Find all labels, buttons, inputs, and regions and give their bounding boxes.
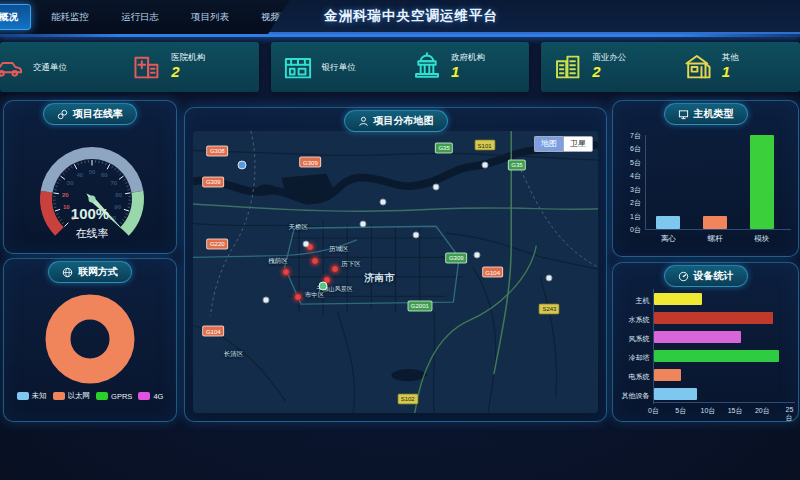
svg-text:90: 90 <box>114 204 121 210</box>
stat-text: 银行单位 <box>322 62 356 73</box>
green-marker <box>318 282 327 291</box>
bar-主机 <box>654 293 703 305</box>
map-canvas[interactable]: 济南市历城区历下区天桥区槐荫区市中区长清区千佛山风景区G308G309G309G… <box>193 131 598 413</box>
app-title-block: 金洲科瑞中央空调运维平台 <box>268 0 800 34</box>
monitor-icon <box>678 109 689 120</box>
x-axis-label: 模块 <box>739 234 785 244</box>
link-icon <box>57 109 68 120</box>
road-badge-G35: G35 <box>508 159 526 170</box>
y-axis <box>645 135 646 229</box>
map-city-label-4: 槐荫区 <box>268 256 288 265</box>
stat-text: 医院机构2 <box>171 52 205 81</box>
person-pin-icon <box>358 116 369 127</box>
white-marker <box>412 232 419 239</box>
legend-swatch <box>53 392 65 400</box>
nav-tab-3[interactable]: 项目列表 <box>175 0 245 34</box>
road-badge-S101: S101 <box>474 140 495 151</box>
bar-离心 <box>656 216 680 229</box>
road-badge-G309: G309 <box>445 252 467 263</box>
road-badge-G220: G220 <box>206 238 228 249</box>
stat-text: 其他1 <box>722 52 739 81</box>
stat-value: 2 <box>592 63 626 82</box>
device-label: 其他设备 <box>617 391 650 401</box>
road-badge-G309: G309 <box>300 157 322 168</box>
white-marker <box>380 198 387 205</box>
red-marker[interactable] <box>294 293 302 301</box>
device-label: 电系统 <box>617 372 650 382</box>
globe-icon <box>62 267 73 278</box>
red-marker[interactable] <box>282 268 290 276</box>
host-type-chart: 0台1台2台3台4台5台6台7台离心螺杆模块 <box>613 125 798 256</box>
office-icon <box>553 52 583 82</box>
panel-title: 主机类型 <box>694 107 734 121</box>
y-axis-label: 0台 <box>619 225 641 235</box>
bar-冷却塔 <box>654 350 779 362</box>
legend-item-1: 以太网 <box>53 391 91 401</box>
house-icon <box>683 52 713 82</box>
white-marker <box>360 221 367 228</box>
road-badge-G35: G35 <box>435 142 453 153</box>
map-city-label-2: 历下区 <box>341 259 361 268</box>
stat-label: 政府机构 <box>451 52 485 63</box>
map-city-label-3: 天桥区 <box>289 222 309 231</box>
x-axis-label: 离心 <box>645 234 691 244</box>
x-axis-label: 0台 <box>648 406 659 416</box>
bar-其他设备 <box>654 388 698 400</box>
red-marker[interactable] <box>331 265 339 273</box>
y-axis <box>653 289 654 404</box>
stat-card-0: 交通单位医院机构2 <box>0 42 259 92</box>
nav-tab-2[interactable]: 运行日志 <box>105 0 175 34</box>
nav-divider <box>0 34 800 37</box>
nav-tab-1[interactable]: 能耗监控 <box>35 0 105 34</box>
satellite-mode-button[interactable]: 卫星 <box>563 136 593 152</box>
white-marker <box>262 297 269 304</box>
x-axis <box>653 402 795 403</box>
road-badge-G104: G104 <box>202 326 224 337</box>
svg-text:40: 40 <box>76 172 83 178</box>
y-axis-label: 2台 <box>619 198 641 208</box>
device-label: 水系统 <box>617 315 650 325</box>
road-badge-G104: G104 <box>482 267 504 278</box>
road-badge-G308: G308 <box>206 145 228 156</box>
stat-label: 银行单位 <box>322 62 356 73</box>
device-stats-chart: 主机水系统风系统冷却塔电系统其他设备0台5台10台15台20台25台 <box>613 287 798 421</box>
svg-text:20: 20 <box>62 192 69 198</box>
stat-text: 政府机构1 <box>451 52 485 81</box>
x-axis-label: 10台 <box>700 406 715 416</box>
road-badge-G2001: G2001 <box>407 300 432 311</box>
stat-unit-0-0: 交通单位 <box>0 42 120 92</box>
legend-label: 以太网 <box>68 391 91 401</box>
panel-title: 联网方式 <box>78 265 118 279</box>
bank-icon <box>283 52 313 82</box>
y-axis-label: 7台 <box>619 131 641 141</box>
x-axis-label: 25台 <box>786 406 794 423</box>
y-axis-label: 6台 <box>619 144 641 154</box>
red-marker[interactable] <box>311 257 319 265</box>
nav-tab-0[interactable]: 概况 <box>0 4 31 30</box>
stat-unit-0-1: 医院机构2 <box>120 42 258 92</box>
stat-card-1: 银行单位政府机构1 <box>271 42 530 92</box>
bar-水系统 <box>654 312 774 324</box>
panel-title: 项目分布地图 <box>374 114 434 128</box>
y-axis-label: 4台 <box>619 171 641 181</box>
map-mode-button[interactable]: 地图 <box>534 136 563 152</box>
car-icon <box>0 52 24 82</box>
stat-label: 其他 <box>722 52 739 63</box>
bar-电系统 <box>654 369 681 381</box>
panel-network-type: 联网方式 未知以太网GPRS4G <box>3 258 177 422</box>
legend-item-2: GPRS <box>96 392 132 401</box>
x-axis-label: 螺杆 <box>692 234 738 244</box>
panel-project-map: 项目分布地图 <box>184 107 607 422</box>
x-axis-label: 20台 <box>755 406 770 416</box>
legend-swatch <box>138 392 150 400</box>
panel-online-rate-header: 项目在线率 <box>43 103 137 125</box>
map-overlay: 济南市历城区历下区天桥区槐荫区市中区长清区千佛山风景区G308G309G309G… <box>193 131 598 413</box>
map-mode-toggle: 地图 卫星 <box>534 136 593 152</box>
stat-label: 医院机构 <box>171 52 205 63</box>
legend-label: 未知 <box>32 391 47 401</box>
y-axis-label: 3台 <box>619 185 641 195</box>
online-rate-gauge: 0102030405060708090100100%在线率 <box>4 125 176 253</box>
white-marker <box>546 274 553 281</box>
legend-label: GPRS <box>111 392 132 401</box>
panel-host-type-header: 主机类型 <box>664 103 748 125</box>
